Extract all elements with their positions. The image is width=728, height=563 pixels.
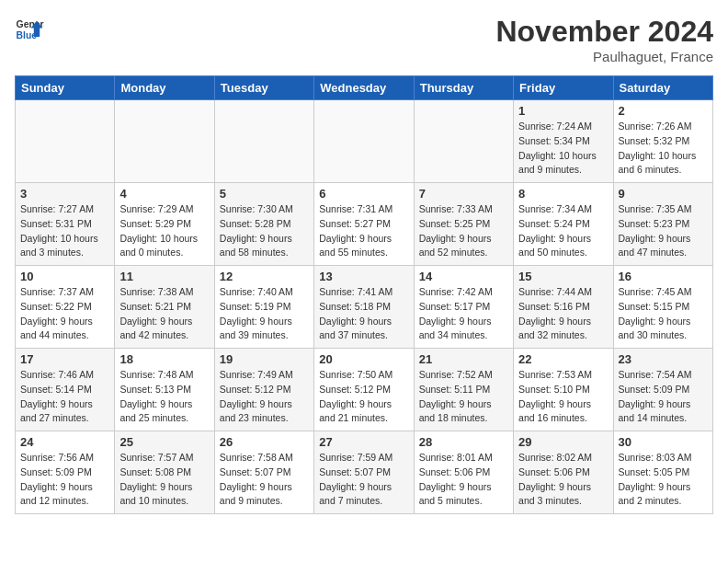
day-number: 15 [518,270,608,283]
day-info: Sunrise: 7:48 AM Sunset: 5:13 PM Dayligh… [119,368,209,426]
calendar-cell: 11Sunrise: 7:38 AM Sunset: 5:21 PM Dayli… [115,266,214,349]
day-info: Sunrise: 7:46 AM Sunset: 5:14 PM Dayligh… [20,368,109,426]
calendar-cell: 30Sunrise: 8:03 AM Sunset: 5:05 PM Dayli… [613,431,712,514]
day-number: 2 [619,104,708,118]
day-number: 17 [20,352,109,366]
calendar-cell: 23Sunrise: 7:54 AM Sunset: 5:09 PM Dayli… [613,349,712,431]
calendar-cell: 25Sunrise: 7:57 AM Sunset: 5:08 PM Dayli… [115,431,214,514]
day-info: Sunrise: 8:03 AM Sunset: 5:05 PM Dayligh… [619,451,708,509]
day-info: Sunrise: 7:24 AM Sunset: 5:34 PM Dayligh… [518,120,608,178]
day-info: Sunrise: 7:56 AM Sunset: 5:09 PM Dayligh… [20,451,109,509]
day-number: 11 [119,270,209,283]
calendar-cell [214,100,313,183]
calendar-cell: 16Sunrise: 7:45 AM Sunset: 5:15 PM Dayli… [613,266,712,349]
day-info: Sunrise: 7:35 AM Sunset: 5:23 PM Dayligh… [619,202,708,260]
day-number: 22 [518,352,608,366]
day-info: Sunrise: 7:54 AM Sunset: 5:09 PM Dayligh… [619,368,708,426]
day-number: 1 [518,104,608,118]
calendar-cell: 19Sunrise: 7:49 AM Sunset: 5:12 PM Dayli… [214,349,313,431]
day-number: 24 [20,435,109,449]
day-number: 28 [419,435,508,449]
weekday-header-thursday: Thursday [414,76,513,100]
calendar-cell: 29Sunrise: 8:02 AM Sunset: 5:06 PM Dayli… [514,431,613,514]
week-row-2: 3Sunrise: 7:27 AM Sunset: 5:31 PM Daylig… [16,183,713,266]
day-info: Sunrise: 7:33 AM Sunset: 5:25 PM Dayligh… [419,202,508,260]
calendar-cell: 18Sunrise: 7:48 AM Sunset: 5:13 PM Dayli… [115,349,214,431]
calendar-cell: 13Sunrise: 7:41 AM Sunset: 5:18 PM Dayli… [314,266,414,349]
day-number: 3 [20,187,109,201]
weekday-header-tuesday: Tuesday [214,76,313,100]
week-row-1: 1Sunrise: 7:24 AM Sunset: 5:34 PM Daylig… [16,100,713,183]
week-row-4: 17Sunrise: 7:46 AM Sunset: 5:14 PM Dayli… [16,349,713,431]
day-info: Sunrise: 7:44 AM Sunset: 5:16 PM Dayligh… [518,285,608,343]
day-number: 20 [319,352,408,366]
title-block: November 2024 Paulhaguet, France [495,15,713,64]
calendar-cell [314,100,414,183]
day-info: Sunrise: 7:26 AM Sunset: 5:32 PM Dayligh… [619,120,708,178]
day-number: 25 [119,435,209,449]
calendar-cell: 14Sunrise: 7:42 AM Sunset: 5:17 PM Dayli… [414,266,513,349]
day-info: Sunrise: 7:38 AM Sunset: 5:21 PM Dayligh… [119,285,209,343]
location-label: Paulhaguet, France [495,49,713,64]
calendar-cell: 28Sunrise: 8:01 AM Sunset: 5:06 PM Dayli… [414,431,513,514]
week-row-5: 24Sunrise: 7:56 AM Sunset: 5:09 PM Dayli… [16,431,713,514]
calendar-cell: 27Sunrise: 7:59 AM Sunset: 5:07 PM Dayli… [314,431,414,514]
day-number: 9 [619,187,708,201]
day-number: 30 [619,435,708,449]
day-number: 21 [419,352,508,366]
day-number: 16 [619,270,708,283]
calendar-cell [414,100,513,183]
day-info: Sunrise: 7:42 AM Sunset: 5:17 PM Dayligh… [419,285,508,343]
calendar-cell: 6Sunrise: 7:31 AM Sunset: 5:27 PM Daylig… [314,183,414,266]
calendar-cell: 10Sunrise: 7:37 AM Sunset: 5:22 PM Dayli… [16,266,115,349]
weekday-header-friday: Friday [514,76,613,100]
calendar-cell: 26Sunrise: 7:58 AM Sunset: 5:07 PM Dayli… [214,431,313,514]
calendar-table: SundayMondayTuesdayWednesdayThursdayFrid… [15,75,713,514]
weekday-header-wednesday: Wednesday [314,76,414,100]
calendar-cell: 17Sunrise: 7:46 AM Sunset: 5:14 PM Dayli… [16,349,115,431]
day-number: 26 [220,435,309,449]
calendar-cell: 3Sunrise: 7:27 AM Sunset: 5:31 PM Daylig… [16,183,115,266]
page-header: General Blue November 2024 Paulhaguet, F… [15,15,713,64]
day-info: Sunrise: 7:41 AM Sunset: 5:18 PM Dayligh… [319,285,408,343]
day-info: Sunrise: 7:57 AM Sunset: 5:08 PM Dayligh… [119,451,209,509]
day-info: Sunrise: 7:40 AM Sunset: 5:19 PM Dayligh… [220,285,309,343]
day-info: Sunrise: 7:58 AM Sunset: 5:07 PM Dayligh… [220,451,309,509]
calendar-cell: 9Sunrise: 7:35 AM Sunset: 5:23 PM Daylig… [613,183,712,266]
day-info: Sunrise: 7:50 AM Sunset: 5:12 PM Dayligh… [319,368,408,426]
calendar-cell: 20Sunrise: 7:50 AM Sunset: 5:12 PM Dayli… [314,349,414,431]
day-number: 14 [419,270,508,283]
day-number: 19 [220,352,309,366]
calendar-cell: 5Sunrise: 7:30 AM Sunset: 5:28 PM Daylig… [214,183,313,266]
day-number: 12 [220,270,309,283]
calendar-cell: 22Sunrise: 7:53 AM Sunset: 5:10 PM Dayli… [514,349,613,431]
day-info: Sunrise: 7:34 AM Sunset: 5:24 PM Dayligh… [518,202,608,260]
calendar-cell: 24Sunrise: 7:56 AM Sunset: 5:09 PM Dayli… [16,431,115,514]
day-number: 8 [518,187,608,201]
month-title: November 2024 [495,15,713,49]
calendar-cell: 21Sunrise: 7:52 AM Sunset: 5:11 PM Dayli… [414,349,513,431]
calendar-cell [115,100,214,183]
day-info: Sunrise: 7:31 AM Sunset: 5:27 PM Dayligh… [319,202,408,260]
day-number: 10 [20,270,109,283]
calendar-cell: 2Sunrise: 7:26 AM Sunset: 5:32 PM Daylig… [613,100,712,183]
day-number: 27 [319,435,408,449]
day-info: Sunrise: 7:53 AM Sunset: 5:10 PM Dayligh… [518,368,608,426]
day-number: 23 [619,352,708,366]
calendar-cell: 4Sunrise: 7:29 AM Sunset: 5:29 PM Daylig… [115,183,214,266]
day-number: 6 [319,187,408,201]
week-row-3: 10Sunrise: 7:37 AM Sunset: 5:22 PM Dayli… [16,266,713,349]
day-info: Sunrise: 7:37 AM Sunset: 5:22 PM Dayligh… [20,285,109,343]
day-number: 5 [220,187,309,201]
day-info: Sunrise: 8:02 AM Sunset: 5:06 PM Dayligh… [518,451,608,509]
calendar-cell: 15Sunrise: 7:44 AM Sunset: 5:16 PM Dayli… [514,266,613,349]
day-number: 29 [518,435,608,449]
weekday-header-monday: Monday [115,76,214,100]
weekday-header-row: SundayMondayTuesdayWednesdayThursdayFrid… [16,76,713,100]
calendar-cell: 7Sunrise: 7:33 AM Sunset: 5:25 PM Daylig… [414,183,513,266]
day-number: 4 [119,187,209,201]
day-info: Sunrise: 8:01 AM Sunset: 5:06 PM Dayligh… [419,451,508,509]
day-info: Sunrise: 7:27 AM Sunset: 5:31 PM Dayligh… [20,202,109,260]
day-number: 7 [419,187,508,201]
calendar-cell: 8Sunrise: 7:34 AM Sunset: 5:24 PM Daylig… [514,183,613,266]
